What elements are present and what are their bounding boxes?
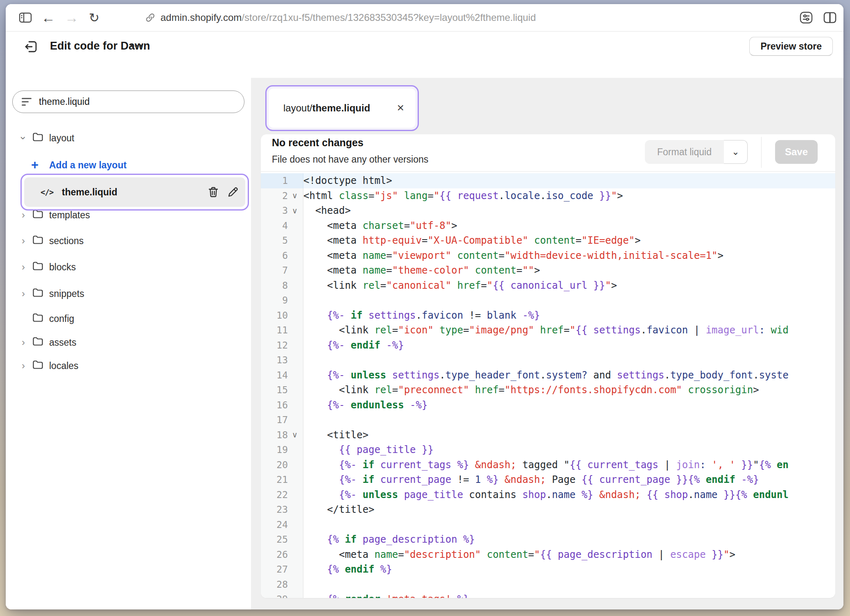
add-new-layout-link[interactable]: +Add a new layout [6, 154, 251, 177]
page-settings-icon[interactable] [796, 4, 816, 31]
browser-toolbar: ← → ↻ admin.shopify.com/store/rzq1xu-f5/… [6, 4, 843, 32]
line-number: 11 [261, 325, 288, 335]
gutter: 29 [261, 592, 303, 598]
sidebar-folder-locales[interactable]: ›locales [6, 354, 251, 377]
app-header: Edit code for Dawn ••• Preview store [6, 32, 843, 78]
code-text: {%- endunless -%} [303, 398, 835, 413]
code-line-14[interactable]: 14 {%- unless settings.type_header_font.… [261, 368, 835, 383]
code-line-6[interactable]: 6 <meta name="viewport" content="width=d… [261, 248, 835, 263]
status-title: No recent changes [272, 137, 364, 149]
format-dropdown-button[interactable]: ⌄ [724, 140, 748, 164]
code-line-29[interactable]: 29 {% render 'meta-tags' %} [261, 592, 835, 598]
code-line-15[interactable]: 15 <link rel="preconnect" href="https://… [261, 383, 835, 398]
code-line-12[interactable]: 12 {%- endif -%} [261, 338, 835, 353]
line-number: 5 [261, 235, 288, 246]
fold-arrow-icon[interactable]: ∨ [288, 191, 302, 200]
format-liquid-split-button: Format liquid ⌄ [645, 140, 748, 164]
code-line-17[interactable]: 17 [261, 412, 835, 428]
folder-label: snippets [49, 288, 84, 299]
code-line-11[interactable]: 11 <link rel="icon" type="image/png" hre… [261, 323, 835, 338]
chevron-right-icon[interactable]: › [18, 288, 28, 299]
chevron-right-icon[interactable]: › [18, 337, 28, 348]
code-editor[interactable]: 1<!doctype html>2∨<html class="js" lang=… [261, 172, 835, 598]
code-line-13[interactable]: 13 [261, 353, 835, 368]
folder-icon [32, 360, 43, 372]
gutter: 5 [261, 233, 303, 248]
code-line-16[interactable]: 16 {%- endunless -%} [261, 398, 835, 413]
line-number: 22 [261, 489, 288, 500]
line-number: 28 [261, 579, 288, 590]
code-line-23[interactable]: 23 </title> [261, 502, 835, 517]
gutter: 25 [261, 532, 303, 547]
code-line-26[interactable]: 26 <meta name="description" content="{{ … [261, 547, 835, 562]
line-number: 19 [261, 444, 288, 455]
rename-file-button[interactable] [226, 185, 240, 199]
chevron-right-icon[interactable]: › [18, 360, 28, 371]
sidebar-item-theme-liquid[interactable]: </> theme.liquid [24, 177, 245, 207]
code-line-19[interactable]: 19 {{ page_title }} [261, 442, 835, 457]
line-number: 21 [261, 474, 288, 485]
code-line-22[interactable]: 22 {%- unless page_title contains shop.n… [261, 487, 835, 503]
code-line-24[interactable]: 24 [261, 517, 835, 532]
sidebar-toggle-icon[interactable] [16, 4, 34, 31]
gutter: 2∨ [261, 188, 303, 204]
code-line-4[interactable]: 4 <meta charset="utf-8"> [261, 218, 835, 233]
folder-label: templates [49, 210, 90, 221]
chevron-right-icon[interactable]: › [18, 235, 28, 247]
exit-editor-button[interactable] [23, 38, 40, 55]
code-text: {% if page_description %} [303, 532, 835, 547]
file-search-box[interactable] [12, 91, 244, 113]
code-line-28[interactable]: 28 [261, 577, 835, 592]
gutter: 7 [261, 263, 303, 278]
code-line-1[interactable]: 1<!doctype html> [261, 173, 835, 188]
search-input[interactable] [38, 96, 236, 108]
tab-layout-theme-liquid[interactable]: layout/theme.liquid × [269, 88, 416, 128]
sidebar-folder-blocks[interactable]: ›blocks [6, 256, 251, 279]
code-line-18[interactable]: 18∨ <title> [261, 428, 835, 443]
code-line-7[interactable]: 7 <meta name="theme-color" content=""> [261, 263, 835, 278]
sidebar-folder-sections[interactable]: ›sections [6, 229, 251, 252]
fold-arrow-icon[interactable]: ∨ [288, 430, 302, 439]
gutter: 17 [261, 412, 303, 428]
code-line-8[interactable]: 8 <link rel="canonical" href="{{ canonic… [261, 278, 835, 293]
reload-icon[interactable]: ↻ [85, 4, 103, 31]
editor-card: No recent changes File does not have any… [261, 134, 835, 598]
gutter: 22 [261, 487, 303, 503]
sidebar-folder-assets[interactable]: ›assets [6, 331, 251, 354]
code-text [303, 353, 835, 368]
code-line-5[interactable]: 5 <meta http-equiv="X-UA-Compatible" con… [261, 233, 835, 248]
format-liquid-button[interactable]: Format liquid [645, 140, 724, 164]
address-bar[interactable]: admin.shopify.com/store/rzq1xu-f5/themes… [145, 4, 536, 31]
save-button[interactable]: Save [775, 140, 818, 164]
code-text: {%- if current_tags %} &ndash; tagged "{… [303, 457, 835, 473]
code-line-25[interactable]: 25 {% if page_description %} [261, 532, 835, 547]
code-line-20[interactable]: 20 {%- if current_tags %} &ndash; tagged… [261, 457, 835, 473]
delete-file-button[interactable] [206, 185, 221, 199]
line-number: 9 [261, 295, 288, 306]
chevron-right-icon[interactable]: › [18, 261, 28, 273]
split-view-icon[interactable] [820, 4, 840, 31]
more-menu-button[interactable]: ••• [130, 41, 143, 51]
code-line-9[interactable]: 9 [261, 293, 835, 308]
back-icon[interactable]: ← [39, 4, 57, 31]
sidebar-folder-snippets[interactable]: ›snippets [6, 282, 251, 305]
code-line-3[interactable]: 3∨ <head> [261, 203, 835, 218]
line-number: 23 [261, 504, 288, 515]
gutter: 18∨ [261, 428, 303, 443]
line-number: 13 [261, 355, 288, 365]
code-line-27[interactable]: 27 {% endif %} [261, 562, 835, 577]
code-text: {%- if current_page != 1 %} &ndash; Page… [303, 472, 835, 487]
chevron-down-icon[interactable]: › [18, 132, 28, 144]
code-line-2[interactable]: 2∨<html class="js" lang="{{ request.loca… [261, 188, 835, 204]
chevron-right-icon[interactable]: › [18, 209, 28, 221]
forward-icon[interactable]: → [63, 4, 81, 31]
tab-close-icon[interactable]: × [397, 102, 404, 114]
folder-label: assets [49, 337, 76, 348]
code-line-21[interactable]: 21 {%- if current_page != 1 %} &ndash; P… [261, 472, 835, 487]
code-line-10[interactable]: 10 {%- if settings.favicon != blank -%} [261, 308, 835, 323]
code-text [303, 412, 835, 428]
preview-store-button[interactable]: Preview store [749, 37, 833, 56]
sidebar-folder-layout[interactable]: ›layout [6, 127, 251, 149]
sidebar-folder-config[interactable]: config [6, 307, 251, 330]
fold-arrow-icon[interactable]: ∨ [288, 206, 302, 215]
